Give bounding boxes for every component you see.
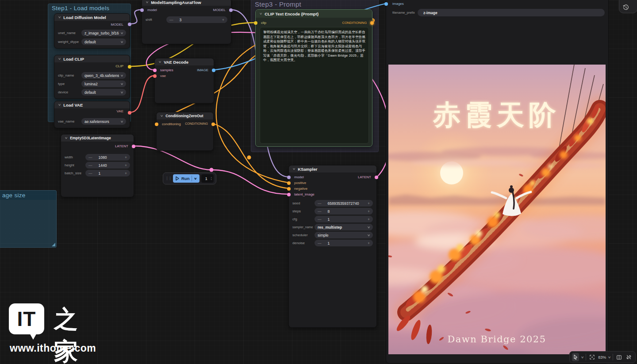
node-header[interactable]: ∨ Load Diffusion Model (54, 14, 130, 21)
vae-name-combo[interactable]: ae.safetensors∨ (81, 118, 126, 125)
canvas-toolbar[interactable]: ∨ 83% ∨ (569, 351, 636, 363)
node-ksampler[interactable]: ∨ KSampler model positive negative laten… (288, 165, 377, 328)
shift-stepper[interactable]: —3+ (166, 16, 227, 23)
sampler-name-combo[interactable]: res_multistep∨ (315, 224, 373, 230)
seed-stepper[interactable]: —658935359372740+ (315, 200, 373, 207)
pointer-tool-button[interactable] (572, 353, 579, 361)
collapse-chevron-icon[interactable]: ∨ (58, 57, 61, 61)
output-port-image[interactable] (212, 69, 215, 72)
pointer-cursor-icon (573, 355, 578, 360)
node-clip-text-encode[interactable]: ∨ CLIP Text Encode (Prompt) clip CONDITI… (255, 9, 372, 147)
input-port-model[interactable] (287, 176, 291, 179)
ithome-url: www.ithome.com (10, 342, 96, 354)
width-stepper[interactable]: —1080+ (85, 154, 130, 161)
group-image-size-title[interactable]: age size (2, 192, 26, 199)
input-port-images[interactable] (384, 2, 388, 6)
reroute-dot-latent (210, 168, 214, 172)
run-bar[interactable]: ⋮⋮ Run ∨ 1 ˄˅ (163, 172, 216, 184)
node-vae-decode[interactable]: ∨ VAE Decode samples vae IMAGE (154, 58, 214, 103)
group-image-size-partial[interactable]: age size (0, 190, 57, 248)
output-port-conditioning[interactable] (211, 123, 215, 126)
link-off-icon (626, 355, 631, 360)
collapse-chevron-icon[interactable]: ∨ (58, 103, 61, 107)
node-header[interactable]: ∨ ConditioningZeroOut (157, 112, 213, 119)
input-port-vae[interactable] (153, 74, 157, 78)
node-graph-canvas[interactable]: Step1 - Load models Step3 - Prompt age s… (0, 0, 637, 364)
output-port-vae[interactable] (128, 111, 131, 115)
output-port-clip[interactable] (128, 65, 131, 69)
ithome-logo-bubble: IT (9, 303, 44, 334)
output-port-model[interactable] (128, 23, 131, 26)
node-header[interactable]: ∨ Load CLIP (54, 55, 130, 62)
run-count-stepper[interactable]: 1 ˄˅ (201, 174, 214, 183)
node-load-clip[interactable]: ∨ Load CLIP CLIP clip_name qwen_3_4b.saf… (54, 55, 130, 99)
fit-view-button[interactable] (588, 353, 596, 361)
input-port-model[interactable] (140, 8, 144, 12)
node-empty-sd3-latent-image[interactable]: ∨ EmptySD3LatentImage LATENT width —1080… (61, 134, 134, 197)
node-header[interactable]: ∨ VAE Decode (155, 58, 214, 65)
tool-options-chevron-icon[interactable]: ∨ (581, 356, 584, 359)
weight-dtype-combo[interactable]: default∨ (81, 38, 126, 45)
node-load-diffusion-model[interactable]: ∨ Load Diffusion Model MODEL unet_name z… (54, 13, 130, 49)
image-title-text: 赤霞天阶 (433, 99, 560, 131)
input-port-negative[interactable] (287, 187, 291, 191)
scheduler-combo[interactable]: simple∨ (315, 232, 373, 238)
output-port-latent[interactable] (375, 176, 378, 179)
height-stepper[interactable]: —1440+ (85, 162, 130, 169)
input-port-conditioning[interactable] (155, 123, 158, 126)
minimap-toggle-button[interactable] (615, 353, 623, 361)
output-port-conditioning[interactable] (370, 21, 374, 25)
node-header[interactable]: ∨ ModelSamplingAuraFlow (142, 0, 231, 6)
steps-stepper[interactable]: —8+ (315, 208, 373, 215)
node-header[interactable]: ∨ Load VAE (54, 101, 130, 108)
filename-prefix-input[interactable]: z-image (418, 9, 605, 16)
generated-image-preview[interactable]: 赤霞天阶 赤霞天阶 Dawn Bridge 2025 (388, 65, 606, 354)
node-header[interactable]: ∨ CLIP Text Encode (Prompt) (256, 10, 372, 18)
unet-name-combo[interactable]: z_image_turbo_bf16.sa...∨ (81, 30, 126, 36)
collapse-chevron-icon[interactable]: ∨ (58, 15, 61, 19)
reroute-dot-conditioning (247, 156, 251, 160)
clip-name-combo[interactable]: qwen_3_4b.safetensors∨ (81, 72, 126, 79)
clip-device-combo[interactable]: default∨ (81, 89, 126, 96)
history-clock-icon (623, 4, 629, 11)
batch-size-stepper[interactable]: —1+ (85, 170, 130, 176)
group-step1-title[interactable]: Step1 - Load models (52, 5, 109, 11)
preview-image-art: 赤霞天阶 赤霞天阶 Dawn Bridge 2025 (388, 65, 606, 354)
node-save-image[interactable]: images filename_prefix z-image (386, 0, 609, 364)
input-port-latent-image[interactable] (287, 193, 291, 196)
node-load-vae[interactable]: ∨ Load VAE VAE vae_name ae.safetensors∨ (54, 101, 130, 128)
output-port-model[interactable] (229, 8, 233, 12)
collapse-chevron-icon[interactable]: ∨ (158, 60, 162, 64)
history-button[interactable] (619, 0, 637, 13)
link-visibility-toggle-button[interactable] (625, 353, 633, 361)
input-port-samples[interactable] (153, 69, 157, 72)
group-resize-handle[interactable] (52, 243, 55, 246)
collapse-chevron-icon[interactable]: ∨ (65, 136, 68, 140)
output-port-latent[interactable] (132, 145, 135, 148)
collapse-chevron-icon[interactable]: ∨ (259, 12, 263, 15)
minimap-icon (617, 355, 622, 360)
collapse-chevron-icon[interactable]: ∨ (292, 167, 296, 171)
prompt-textarea[interactable]: 黎明粉橘霞光铺满天空，一座由万千赤红鸟羽编织而成的悬空长桥自画面左下延伸至右上，… (260, 27, 369, 144)
count-up-down-icons[interactable]: ˄˅ (211, 177, 212, 180)
fit-view-icon (590, 355, 595, 360)
input-port-clip[interactable] (254, 21, 257, 25)
cfg-stepper[interactable]: —1+ (315, 216, 373, 222)
collapse-chevron-icon[interactable]: ∨ (146, 0, 149, 4)
image-subtitle-text: Dawn Bridge 2025 (447, 334, 546, 345)
clip-type-combo[interactable]: lumina2∨ (81, 80, 126, 87)
zoom-level[interactable]: 83% (598, 355, 606, 360)
node-model-sampling-auraflow[interactable]: ∨ ModelSamplingAuraFlow model MODEL shif… (142, 0, 231, 44)
node-header[interactable]: ∨ EmptySD3LatentImage (61, 134, 134, 142)
zoom-options-chevron-icon[interactable]: ∨ (608, 356, 611, 359)
node-header[interactable]: ∨ KSampler (289, 165, 376, 172)
node-conditioning-zero-out[interactable]: ∨ ConditioningZeroOut conditioning CONDI… (156, 112, 214, 151)
play-icon (176, 176, 179, 180)
collapse-chevron-icon[interactable]: ∨ (160, 114, 164, 118)
drag-handle-icon[interactable]: ⋮⋮ (165, 176, 171, 180)
group-step3-title[interactable]: Step3 - Prompt (255, 0, 301, 8)
run-options-chevron-icon[interactable]: ∨ (194, 177, 198, 180)
run-button[interactable]: Run ∨ (173, 174, 200, 183)
input-port-positive[interactable] (287, 181, 291, 185)
denoise-stepper[interactable]: —1+ (315, 240, 373, 246)
